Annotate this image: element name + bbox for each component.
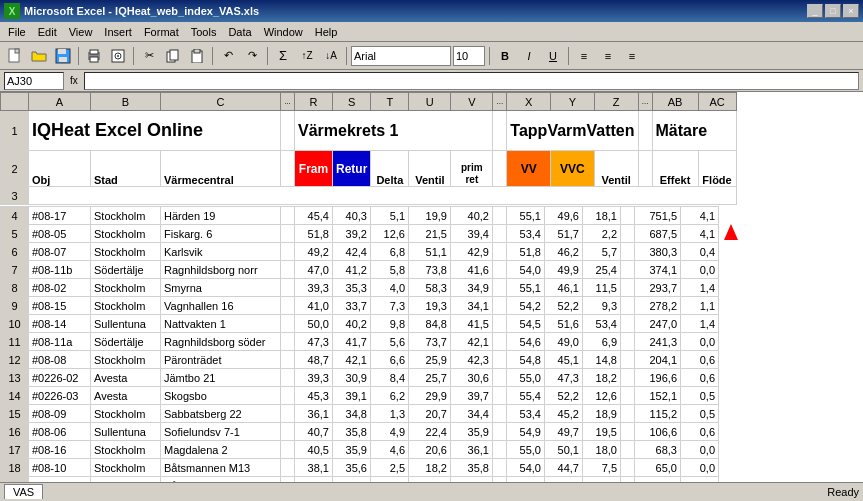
table-row[interactable]: 18#08-10StockholmBåtsmannen M1338,135,62… (1, 459, 719, 477)
col-header-X[interactable]: X (507, 93, 551, 111)
underline-button[interactable]: U (542, 45, 564, 67)
redo-button[interactable]: ↷ (241, 45, 263, 67)
cell-varmekrets-title[interactable]: Värmekrets 1 (295, 111, 493, 151)
sort-desc-button[interactable]: ↓A (320, 45, 342, 67)
paste-button[interactable] (186, 45, 208, 67)
col-header-V[interactable]: V (451, 93, 493, 111)
corner-cell (1, 93, 29, 111)
cell-varmecentral-header[interactable]: Värmecentral (161, 151, 281, 187)
menu-insert[interactable]: Insert (98, 24, 138, 40)
col-header-C[interactable]: C (161, 93, 281, 111)
cell-retur-header[interactable]: Retur (333, 151, 371, 187)
cell-2-gap3 (638, 151, 652, 187)
cell-1-gap2 (493, 111, 507, 151)
row-header-2[interactable]: 2 (1, 151, 29, 187)
table-row[interactable]: 8#08-02StockholmSmyrna39,335,34,058,334,… (1, 279, 719, 297)
row-1: 1 IQHeat Excel Online Värmekrets 1 TappV… (1, 111, 737, 151)
row-header-3[interactable]: 3 (1, 187, 29, 205)
cell-ventil2-header[interactable]: Ventil (594, 151, 638, 187)
cell-vvc-header[interactable]: VVC (551, 151, 595, 187)
cell-2-gap2 (493, 151, 507, 187)
fx-icon: fx (68, 75, 80, 86)
sheet-tab-vas[interactable]: VAS (4, 484, 43, 499)
window-controls[interactable]: _ □ × (807, 4, 859, 18)
cell-primret-header[interactable]: primret (451, 151, 493, 187)
table-row[interactable]: 9#08-15StockholmVagnhallen 1641,033,77,3… (1, 297, 719, 315)
font-size-input[interactable] (453, 46, 485, 66)
table-row[interactable]: 17#08-16StockholmMagdalena 240,535,94,62… (1, 441, 719, 459)
col-header-AB[interactable]: AB (652, 93, 698, 111)
table-row[interactable]: 10#08-14SullentunaNattvakten 150,040,29,… (1, 315, 719, 333)
menu-help[interactable]: Help (309, 24, 344, 40)
menu-bar: File Edit View Insert Format Tools Data … (0, 22, 863, 42)
table-row[interactable]: 4#08-17StockholmHärden 1945,440,35,119,9… (1, 207, 719, 225)
formula-bar: fx (0, 70, 863, 92)
align-center-button[interactable]: ≡ (597, 45, 619, 67)
cell-ventil-header[interactable]: Ventil (409, 151, 451, 187)
undo-button[interactable]: ↶ (217, 45, 239, 67)
cell-flode-header[interactable]: Flöde (698, 151, 736, 187)
cell-delta-header[interactable]: Delta (371, 151, 409, 187)
cell-iqheat-title[interactable]: IQHeat Excel Online (29, 111, 281, 151)
col-header-U[interactable]: U (409, 93, 451, 111)
formula-input[interactable] (84, 72, 859, 90)
italic-button[interactable]: I (518, 45, 540, 67)
table-row[interactable]: 15#08-09StockholmSabbatsberg 2236,134,81… (1, 405, 719, 423)
table-row[interactable]: 11#08-11aSödertäljeRagnhildsborg söder47… (1, 333, 719, 351)
menu-data[interactable]: Data (222, 24, 257, 40)
menu-format[interactable]: Format (138, 24, 185, 40)
cell-obj-header[interactable]: Obj (29, 151, 91, 187)
cut-button[interactable]: ✂ (138, 45, 160, 67)
name-box[interactable] (4, 72, 64, 90)
cell-fram-header[interactable]: Fram (295, 151, 333, 187)
col-header-A[interactable]: A (29, 93, 91, 111)
cell-vv-header[interactable]: VV (507, 151, 551, 187)
align-left-button[interactable]: ≡ (573, 45, 595, 67)
col-header-Y[interactable]: Y (551, 93, 595, 111)
col-header-Z[interactable]: Z (594, 93, 638, 111)
table-row[interactable]: 7#08-11bSödertäljeRagnhildsborg norr47,0… (1, 261, 719, 279)
spreadsheet-area: A B C ... R S T U V ... X Y Z ... AB AC … (0, 92, 863, 482)
minimize-button[interactable]: _ (807, 4, 823, 18)
print-button[interactable] (83, 45, 105, 67)
col-header-S[interactable]: S (333, 93, 371, 111)
menu-window[interactable]: Window (258, 24, 309, 40)
table-row[interactable]: 12#08-08StockholmPäronträdet48,742,16,62… (1, 351, 719, 369)
print-preview-button[interactable] (107, 45, 129, 67)
col-header-R[interactable]: R (295, 93, 333, 111)
copy-button[interactable] (162, 45, 184, 67)
autosum-button[interactable]: Σ (272, 45, 294, 67)
table-row[interactable]: 14#0226-03AvestaSkogsbo45,339,16,229,939… (1, 387, 719, 405)
font-name-input[interactable] (351, 46, 451, 66)
menu-tools[interactable]: Tools (185, 24, 223, 40)
sort-asc-button[interactable]: ↑Z (296, 45, 318, 67)
menu-view[interactable]: View (63, 24, 99, 40)
col-header-AC[interactable]: AC (698, 93, 736, 111)
table-row[interactable]: 19#08-18StockholmVårt Hus141,836,15,713,… (1, 477, 719, 483)
cell-matare-title[interactable]: Mätare (652, 111, 736, 151)
bottom-bar: VAS Ready (0, 482, 863, 500)
bold-button[interactable]: B (494, 45, 516, 67)
col-header-AA-gap: ... (638, 93, 652, 111)
table-row[interactable]: 16#08-06SullentunaSofielundsv 7-140,735,… (1, 423, 719, 441)
column-header-row[interactable]: A B C ... R S T U V ... X Y Z ... AB AC (1, 93, 737, 111)
new-button[interactable] (4, 45, 26, 67)
align-right-button[interactable]: ≡ (621, 45, 643, 67)
maximize-button[interactable]: □ (825, 4, 841, 18)
col-header-B[interactable]: B (91, 93, 161, 111)
col-header-T[interactable]: T (371, 93, 409, 111)
close-button[interactable]: × (843, 4, 859, 18)
row-header-1[interactable]: 1 (1, 111, 29, 151)
menu-edit[interactable]: Edit (32, 24, 63, 40)
red-arrow-indicator (724, 224, 738, 240)
cell-effekt-header[interactable]: Effekt (652, 151, 698, 187)
save-button[interactable] (52, 45, 74, 67)
cell-tappvarm-title[interactable]: TappVarmVatten (507, 111, 638, 151)
cell-stad-header[interactable]: Stad (91, 151, 161, 187)
svg-rect-7 (90, 57, 98, 62)
menu-file[interactable]: File (2, 24, 32, 40)
table-row[interactable]: 13#0226-02AvestaJämtbo 2139,330,98,425,7… (1, 369, 719, 387)
open-button[interactable] (28, 45, 50, 67)
table-row[interactable]: 6#08-07StockholmKarlsvik49,242,46,851,14… (1, 243, 719, 261)
table-row[interactable]: 5#08-05StockholmFiskarg. 651,839,212,621… (1, 225, 719, 243)
